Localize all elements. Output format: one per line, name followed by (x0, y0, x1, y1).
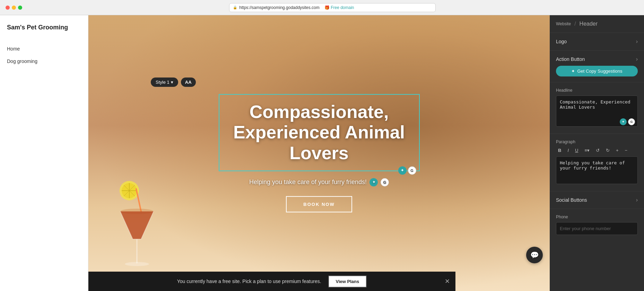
nav-menu: Home Dog grooming (7, 43, 81, 67)
url-text: https://samspetgrooming.godaddysites.com (239, 5, 319, 10)
chat-icon: 💬 (530, 251, 539, 259)
style-label: Style 1 (156, 80, 169, 85)
hero-subtitle: Helping you take care of your furry frie… (219, 178, 420, 187)
close-traffic-light[interactable] (6, 6, 10, 10)
breadcrumb-separator: / (574, 21, 576, 27)
website-sidebar: Sam's Pet Grooming Home Dog grooming (0, 15, 88, 291)
paragraph-textarea[interactable] (556, 156, 638, 184)
breadcrumb-header: Header (580, 21, 598, 27)
free-domain-badge: 🎁 Free domain (324, 5, 354, 10)
style-selector: Style 1 ▾ AA (151, 78, 196, 87)
banner-close-button[interactable]: ✕ (445, 278, 450, 285)
banner-text: You currently have a free site. Pick a p… (177, 279, 321, 284)
increase-size-button[interactable]: + (614, 147, 621, 154)
phone-section: Phone (550, 209, 644, 240)
headline-field-grammarly-icon[interactable]: G (628, 118, 635, 125)
decrease-size-button[interactable]: − (623, 147, 630, 154)
sparkle-icon: ✦ (571, 69, 575, 74)
cocktail-decoration (116, 180, 158, 284)
minimize-traffic-light[interactable] (12, 6, 16, 10)
hero-section: Style 1 ▾ AA Compassionate, Experienced … (88, 15, 550, 291)
underline-button[interactable]: U (573, 147, 580, 154)
hero-headline: Compassionate, Experienced Animal Lovers (228, 101, 411, 163)
phone-input[interactable] (556, 222, 638, 235)
headline-textarea-wrapper: ✦ G (556, 96, 638, 128)
hero-content: Compassionate, Experienced Animal Lovers… (219, 94, 420, 212)
subtitle-ai-icon[interactable]: ✦ (369, 178, 378, 187)
action-button-label: Action Button (556, 56, 585, 62)
bold-button[interactable]: B (556, 147, 563, 154)
get-copy-suggestions-button[interactable]: ✦ Get Copy Suggestions (556, 66, 638, 76)
headline-section: Headline ✦ G (550, 82, 644, 134)
action-button-chevron-icon: › (636, 56, 638, 62)
main-area: Sam's Pet Grooming Home Dog grooming (0, 15, 644, 291)
phone-field-label: Phone (556, 215, 638, 219)
headline-ai-icon[interactable]: ✦ (398, 166, 407, 175)
social-buttons-chevron-icon: › (636, 197, 638, 203)
action-button-section: Action Button › ✦ Get Copy Suggestions (550, 51, 644, 82)
site-title: Sam's Pet Grooming (7, 24, 81, 31)
headline-field-label: Headline (556, 88, 638, 93)
style-dropdown[interactable]: Style 1 ▾ (151, 78, 178, 87)
list-button[interactable]: ≡▾ (582, 147, 592, 154)
svg-point-9 (125, 262, 149, 266)
social-buttons-label: Social Buttons (556, 197, 587, 203)
nav-item-home[interactable]: Home (7, 43, 81, 55)
headline-ai-icons: ✦ G (398, 166, 416, 175)
traffic-lights (6, 6, 22, 10)
panel-breadcrumb: Website / Header (550, 15, 644, 33)
subtitle-grammarly-icon[interactable]: G (381, 178, 389, 187)
address-bar[interactable]: 🔒 https://samspetgrooming.godaddysites.c… (229, 3, 435, 12)
italic-button[interactable]: I (565, 147, 571, 154)
redo-button[interactable]: ↻ (604, 147, 612, 154)
social-buttons-section[interactable]: Social Buttons › (550, 191, 644, 209)
domain-icon: 🎁 (324, 5, 330, 10)
chevron-down-icon: ▾ (171, 80, 173, 85)
lock-icon: 🔒 (233, 6, 237, 9)
aa-button[interactable]: AA (181, 78, 196, 87)
undo-button[interactable]: ↺ (594, 147, 602, 154)
maximize-traffic-light[interactable] (18, 6, 22, 10)
right-panel: Website / Header Logo › Action Button › … (550, 15, 644, 291)
paragraph-field-label: Paragraph (556, 139, 638, 144)
headline-textarea-ai-icons: ✦ G (620, 118, 635, 125)
logo-chevron-icon: › (636, 38, 638, 45)
breadcrumb-website[interactable]: Website (556, 21, 571, 26)
chat-button[interactable]: 💬 (526, 247, 543, 263)
paragraph-section: Paragraph B I U ≡▾ ↺ ↻ + − (550, 134, 644, 191)
view-plans-button[interactable]: View Plans (328, 275, 367, 288)
book-now-button[interactable]: BOOK NOW (286, 196, 352, 212)
browser-chrome: 🔒 https://samspetgrooming.godaddysites.c… (0, 0, 644, 15)
headline-field-ai-icon[interactable]: ✦ (620, 118, 627, 125)
logo-label: Logo (556, 39, 567, 44)
headline-grammarly-icon[interactable]: G (408, 166, 416, 175)
formatting-toolbar: B I U ≡▾ ↺ ↻ + − (556, 147, 638, 154)
bottom-banner: You currently have a free site. Pick a p… (88, 272, 455, 291)
website-canvas: Style 1 ▾ AA Compassionate, Experienced … (88, 15, 550, 291)
logo-section[interactable]: Logo › (550, 33, 644, 51)
hero-headline-box[interactable]: Compassionate, Experienced Animal Lovers… (219, 94, 420, 171)
nav-item-dog-grooming[interactable]: Dog grooming (7, 55, 81, 67)
